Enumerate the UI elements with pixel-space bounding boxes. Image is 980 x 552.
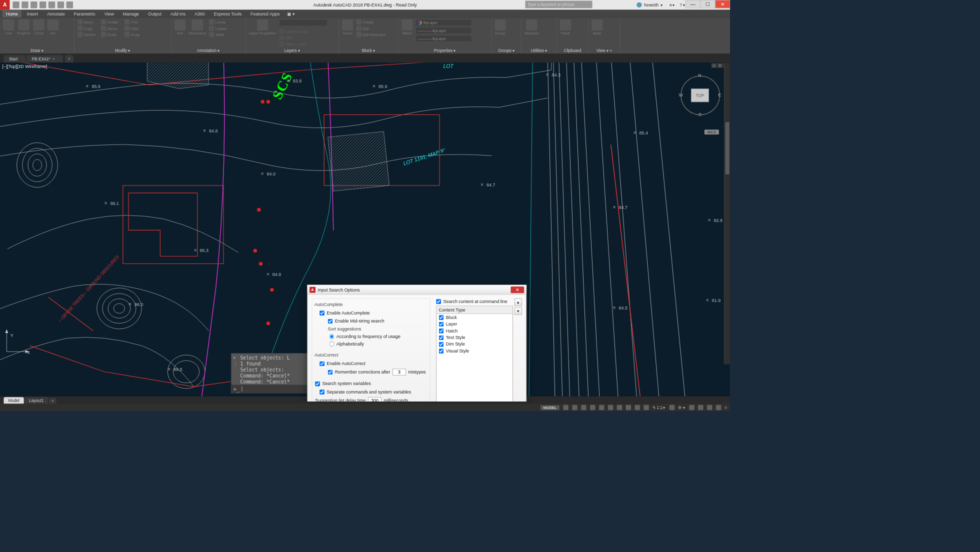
- viewcube-west[interactable]: W: [678, 92, 682, 98]
- qat-plot-icon[interactable]: [48, 2, 55, 8]
- remember-corrections-checkbox[interactable]: [328, 370, 333, 374]
- panel-title-modify[interactable]: Modify ▾: [78, 48, 168, 53]
- view-cube[interactable]: TOP N E S W: [678, 74, 722, 118]
- command-grip-icon[interactable]: ⋮: [233, 361, 238, 366]
- delay-ms-input[interactable]: [368, 397, 382, 402]
- add-layout-button[interactable]: +: [49, 398, 56, 404]
- status-cleanscreen-icon[interactable]: [716, 405, 721, 410]
- wcs-indicator[interactable]: WCS: [704, 130, 719, 134]
- qat-saveas-icon[interactable]: [40, 2, 46, 8]
- qat-redo-icon[interactable]: [66, 2, 73, 8]
- layers-make-current[interactable]: Make Current: [279, 28, 328, 34]
- tool-circle[interactable]: Circle: [33, 20, 44, 36]
- qat-save-icon[interactable]: [30, 2, 37, 8]
- tool-polyline[interactable]: Polyline: [17, 20, 30, 36]
- tool-group[interactable]: Group: [494, 20, 506, 36]
- block-edit-attributes[interactable]: Edit Attributes: [356, 32, 386, 37]
- status-ortho-icon[interactable]: [581, 405, 586, 410]
- new-tab-button[interactable]: +: [66, 55, 74, 62]
- tool-dimension[interactable]: Dimension: [188, 20, 206, 36]
- close-button[interactable]: ✕: [715, 0, 730, 8]
- search-sysvars-checkbox[interactable]: Search system variables: [314, 380, 428, 386]
- drawing-canvas[interactable]: [–][Top][2D Wireframe] – □ ×: [0, 62, 730, 402]
- menu-insert[interactable]: Insert: [23, 10, 42, 18]
- panel-title-layers[interactable]: Layers ▾: [249, 48, 336, 53]
- layer-dropdown[interactable]: [279, 20, 328, 26]
- search-content-checkbox[interactable]: Search content at command line: [436, 298, 512, 304]
- help-search-input[interactable]: Type a keyword or phrase: [525, 0, 592, 8]
- panel-title-view[interactable]: View ▾ »: [592, 48, 617, 53]
- menu-a360[interactable]: A360: [190, 10, 208, 18]
- status-model-button[interactable]: MODEL: [540, 405, 560, 410]
- status-customize-icon[interactable]: ≡: [724, 406, 727, 410]
- dialog-close-button[interactable]: ✕: [510, 286, 524, 293]
- menu-parametric[interactable]: Parametric: [70, 10, 99, 18]
- panel-title-block[interactable]: Block ▾: [342, 48, 396, 53]
- user-area[interactable]: hewetth ▾ ✕▾ ? ▾: [636, 2, 685, 7]
- status-cycling-icon[interactable]: [644, 405, 649, 410]
- viewcube-north[interactable]: N: [698, 73, 701, 78]
- sort-alpha-radio[interactable]: Alphabetically: [314, 341, 428, 346]
- panel-title-draw[interactable]: Draw ▾: [3, 48, 71, 53]
- tool-match[interactable]: Match: [402, 20, 412, 36]
- user-dropdown-icon[interactable]: ▾: [660, 2, 662, 8]
- vertical-scrollbar[interactable]: [724, 62, 730, 364]
- enable-autocorrect-checkbox[interactable]: Enable AutoCorrect: [314, 360, 428, 366]
- separate-commands-checkbox[interactable]: Separate commands and system variables: [314, 389, 428, 395]
- status-polar-icon[interactable]: [590, 405, 595, 410]
- status-osnap-icon[interactable]: [599, 405, 604, 410]
- scrollbar-thumb[interactable]: [726, 122, 730, 174]
- lineweight-dropdown[interactable]: ———— ByLayer: [416, 27, 472, 34]
- modify-row[interactable]: MoveRotateTrim: [78, 20, 148, 24]
- status-annovisibility-icon[interactable]: [669, 405, 674, 410]
- status-isolate-icon[interactable]: [698, 405, 703, 410]
- qat-new-icon[interactable]: [12, 2, 19, 8]
- panel-title-annotation[interactable]: Annotation ▾: [174, 48, 242, 53]
- status-workspace-icon[interactable]: ⚙ ▾: [678, 405, 685, 410]
- viewport-label[interactable]: [–][Top][2D Wireframe]: [2, 64, 46, 69]
- menu-express tools[interactable]: Express Tools: [210, 10, 245, 18]
- content-type-block[interactable]: Block: [436, 314, 512, 320]
- block-create[interactable]: Create: [356, 20, 386, 24]
- status-snap-icon[interactable]: [572, 405, 577, 410]
- modify-row[interactable]: StretchScaleArray: [78, 32, 148, 37]
- block-edit[interactable]: Edit: [356, 26, 386, 30]
- tool-layer-properties[interactable]: Layer Properties: [249, 20, 276, 36]
- status-monitor-icon[interactable]: [689, 405, 694, 410]
- move-down-button[interactable]: ▼: [514, 308, 522, 315]
- menu-home[interactable]: Home: [2, 10, 22, 18]
- qat-undo-icon[interactable]: [58, 2, 64, 8]
- file-tab-drawing[interactable]: PB-EX41*×: [26, 55, 63, 62]
- menu-featured apps[interactable]: Featured Apps: [247, 10, 284, 18]
- content-type-text-style[interactable]: Text Style: [436, 334, 512, 340]
- linetype-dropdown[interactable]: ———— ByLayer: [416, 35, 472, 42]
- status-transparency-icon[interactable]: [635, 405, 640, 410]
- layout-tab-model[interactable]: Model: [4, 397, 24, 404]
- panel-title-properties[interactable]: Properties ▾: [402, 48, 488, 53]
- status-lwt-icon[interactable]: [626, 405, 631, 410]
- content-type-layer[interactable]: Layer: [436, 320, 512, 327]
- modify-row[interactable]: CopyMirrorFillet: [78, 26, 148, 30]
- layout-tab-layout1[interactable]: Layout1: [24, 397, 48, 404]
- viewcube-south[interactable]: S: [698, 112, 702, 117]
- anno-table[interactable]: Table: [209, 32, 227, 37]
- menu-add-ins[interactable]: Add-ins: [166, 10, 189, 18]
- content-type-hatch[interactable]: Hatch: [436, 328, 512, 334]
- color-dropdown[interactable]: ByLayer: [416, 20, 472, 26]
- app-logo[interactable]: A: [0, 0, 10, 10]
- tool-paste[interactable]: Paste: [560, 20, 571, 36]
- tool-line[interactable]: Line: [3, 20, 14, 36]
- viewcube-east[interactable]: E: [718, 92, 721, 98]
- qat-open-icon[interactable]: [22, 2, 28, 8]
- menu-manage[interactable]: Manage: [119, 10, 142, 18]
- tool-arc[interactable]: Arc: [48, 20, 58, 36]
- status-grid-icon[interactable]: [564, 405, 568, 410]
- menu-output[interactable]: Output: [144, 10, 166, 18]
- status-annoscale[interactable]: ✎ 1:1 ▾: [652, 405, 666, 410]
- viewcube-top-face[interactable]: TOP: [691, 88, 709, 102]
- layers-edit[interactable]: Edit: [279, 35, 328, 40]
- help-icon[interactable]: ? ▾: [680, 2, 685, 8]
- move-up-button[interactable]: ▲: [514, 298, 522, 306]
- enable-autocomplete-checkbox[interactable]: Enable AutoComplete: [314, 310, 428, 316]
- anno-linear[interactable]: Linear: [209, 20, 227, 24]
